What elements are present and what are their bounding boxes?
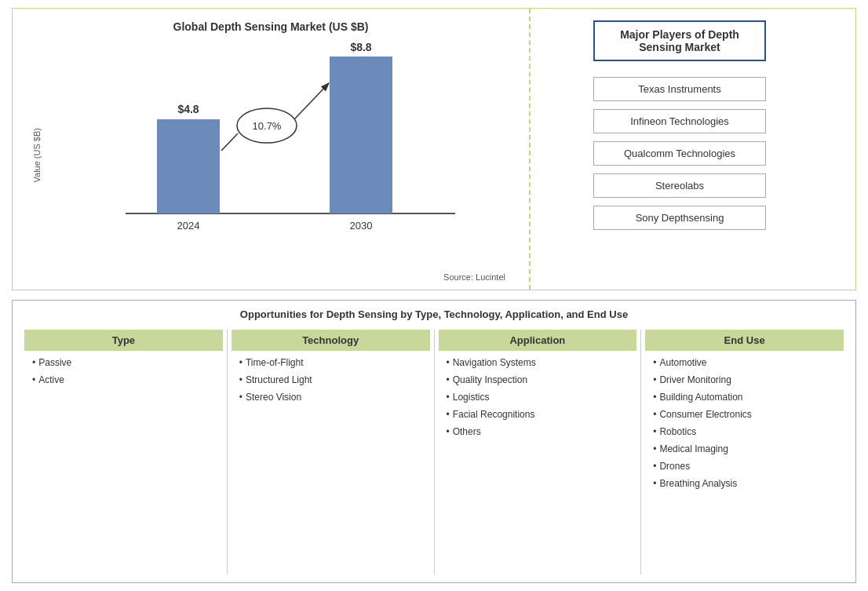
svg-text:$8.8: $8.8 <box>350 41 371 53</box>
type-item-0: •Passive <box>32 357 223 368</box>
y-axis-label: Value (US $B) <box>32 128 42 183</box>
bar-2030 <box>330 57 392 213</box>
column-technology: Technology •Time-of-Flight •Structured L… <box>232 330 430 575</box>
player-item-2: Qualcomm Technologies <box>593 141 766 166</box>
app-item-3: •Facial Recognitions <box>447 409 637 420</box>
svg-text:2024: 2024 <box>177 220 200 232</box>
tech-item-1: •Structured Light <box>239 374 430 385</box>
player-item-3: Stereolabs <box>593 173 766 198</box>
app-item-4: •Others <box>447 426 637 437</box>
column-items-type: •Passive •Active <box>24 357 223 385</box>
svg-text:$4.8: $4.8 <box>177 103 199 115</box>
bottom-section: Opportunities for Depth Sensing by Type,… <box>12 300 856 583</box>
enduse-item-1: •Driver Monitoring <box>653 374 844 385</box>
svg-line-7 <box>294 84 328 119</box>
columns-row: Type •Passive •Active Technology •Time-o… <box>24 330 844 575</box>
svg-text:2030: 2030 <box>350 220 373 232</box>
source-text: Source: Lucintel <box>28 272 513 282</box>
chart-title: Global Depth Sensing Market (US $B) <box>173 20 369 33</box>
player-item-0: Texas Instruments <box>593 77 766 101</box>
divider-1 <box>227 330 228 575</box>
app-item-0: •Navigation Systems <box>447 357 637 368</box>
column-items-technology: •Time-of-Flight •Structured Light •Stere… <box>232 357 430 403</box>
svg-text:10.7%: 10.7% <box>253 120 282 132</box>
divider-3 <box>640 330 641 575</box>
column-application: Application •Navigation Systems •Quality… <box>439 330 637 575</box>
column-header-enduse: End Use <box>645 330 844 351</box>
enduse-item-2: •Building Automation <box>653 392 844 403</box>
enduse-item-5: •Medical Imaging <box>653 443 844 454</box>
enduse-item-4: •Robotics <box>653 426 844 437</box>
column-type: Type •Passive •Active <box>24 330 223 575</box>
app-item-1: •Quality Inspection <box>447 374 637 385</box>
enduse-item-6: •Drones <box>653 461 844 472</box>
player-item-1: Infineon Technologies <box>593 109 766 133</box>
chart-area: Global Depth Sensing Market (US $B) Valu… <box>13 9 531 290</box>
tech-item-2: •Stereo Vision <box>239 392 430 403</box>
players-list: Texas Instruments Infineon Technologies … <box>593 77 766 238</box>
tech-item-0: •Time-of-Flight <box>239 357 430 368</box>
right-panel: Major Players of Depth Sensing Market Te… <box>531 9 829 290</box>
players-title: Major Players of Depth Sensing Market <box>593 20 766 61</box>
enduse-item-7: •Breathing Analysis <box>653 478 844 489</box>
enduse-item-0: •Automotive <box>653 357 844 368</box>
bottom-title: Opportunities for Depth Sensing by Type,… <box>24 308 844 320</box>
divider-2 <box>434 330 435 575</box>
player-item-4: Sony Depthsensing <box>593 206 766 230</box>
column-enduse: End Use •Automotive •Driver Monitoring •… <box>645 330 844 575</box>
type-item-1: •Active <box>32 374 223 385</box>
main-container: Global Depth Sensing Market (US $B) Valu… <box>0 0 868 591</box>
column-header-type: Type <box>24 330 223 351</box>
svg-line-8 <box>221 133 238 151</box>
bar-2024 <box>157 119 220 213</box>
column-header-technology: Technology <box>232 330 430 351</box>
app-item-2: •Logistics <box>447 392 637 403</box>
column-header-application: Application <box>439 330 637 351</box>
top-section: Global Depth Sensing Market (US $B) Valu… <box>12 8 856 290</box>
bar-chart-svg: $4.8 2024 $8.8 2030 10.7% <box>52 41 513 245</box>
column-items-application: •Navigation Systems •Quality Inspection … <box>439 357 637 437</box>
column-items-enduse: •Automotive •Driver Monitoring •Building… <box>645 357 844 489</box>
enduse-item-3: •Consumer Electronics <box>653 409 844 420</box>
